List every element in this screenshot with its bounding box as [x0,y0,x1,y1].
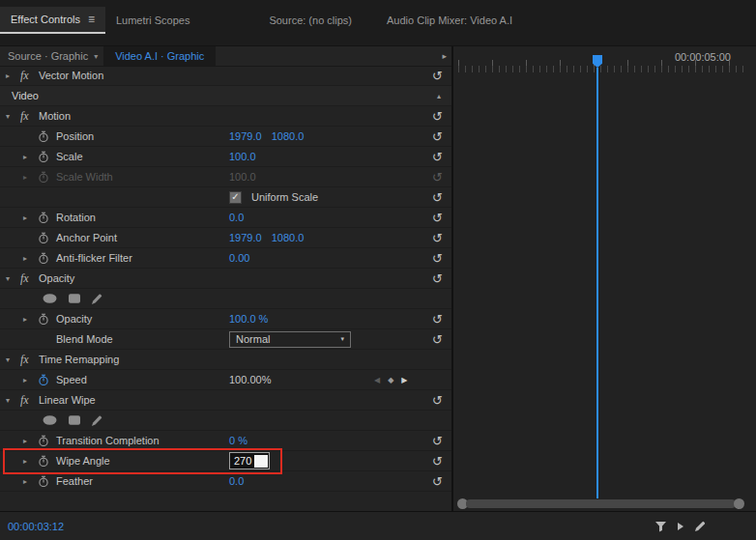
reset-icon[interactable]: ↺ [432,451,443,470]
row-effect-vector-motion[interactable]: ▸ fx Vector Motion ↺ [0,66,451,86]
position-x-value[interactable]: 1979.0 [229,130,262,142]
row-speed: ▸ Speed 100.00% ◀ ◆ ▶ [0,370,451,390]
mask-tools [42,293,102,305]
reset-icon[interactable]: ↺ [432,431,443,450]
property-label: Anti-flicker Filter [56,252,132,264]
keyframe-navigator: ◀ ◆ ▶ [374,370,407,389]
twirl-icon[interactable]: ▸ [23,153,38,161]
pen-mask-icon[interactable] [91,414,102,427]
tab-source-monitor[interactable]: Source: (no clips) [258,7,363,34]
zoom-handle-right[interactable] [734,498,744,509]
property-label: Scale [56,151,83,162]
uniform-scale-checkbox[interactable]: ✓ [229,191,242,204]
reset-effect-icon[interactable]: ↺ [432,66,443,85]
twirl-icon[interactable]: ▸ [23,437,38,445]
wipe-angle-input[interactable]: 270 [229,452,270,469]
row-wipe-angle: ▸ Wipe Angle 270 ↺ [0,451,451,471]
tab-effect-controls[interactable]: Effect Controls ≡ [0,7,105,34]
previous-keyframe-icon[interactable]: ◀ [374,376,380,384]
reset-icon[interactable]: ↺ [432,208,443,227]
row-effect-motion[interactable]: ▾ fx Motion ↺ [0,106,451,127]
collapse-section-icon[interactable]: ▴ [437,92,441,100]
reset-effect-icon[interactable]: ↺ [432,106,443,126]
twirl-icon[interactable]: ▾ [6,396,20,405]
stopwatch-icon[interactable] [38,313,56,326]
ellipse-mask-icon[interactable] [42,293,58,304]
anti-flicker-value[interactable]: 0.00 [229,252,249,264]
reset-icon[interactable]: ↺ [432,329,443,349]
reset-icon[interactable]: ↺ [432,471,443,491]
speed-value[interactable]: 100.00% [229,374,271,385]
feather-value[interactable]: 0.0 [229,475,244,487]
effect-properties-pane: Source · Graphic ▾ Video A.I · Graphic ▸… [0,46,453,512]
clip-tab-video-ai[interactable]: Video A.I · Graphic [103,46,216,66]
twirl-icon[interactable]: ▾ [6,112,20,121]
reset-icon[interactable]: ↺ [432,147,443,166]
section-header-video[interactable]: Video ▴ [0,86,451,106]
twirl-icon[interactable]: ▸ [23,457,38,466]
rect-mask-icon[interactable] [68,293,81,304]
playhead-line[interactable] [596,68,598,498]
tab-label: Lumetri Scopes [116,14,189,26]
twirl-icon[interactable]: ▸ [23,254,38,263]
timeline-zoom-scrollbar[interactable] [457,497,744,509]
twirl-icon[interactable]: ▸ [23,213,38,222]
source-label: Source · Graphic [8,50,88,62]
stopwatch-icon[interactable] [38,455,56,468]
play-icon[interactable] [677,522,684,531]
scrollbar-thumb[interactable] [466,499,736,508]
reset-effect-icon[interactable]: ↺ [432,390,443,410]
pen-mask-icon[interactable] [91,293,102,305]
pen-write-icon[interactable] [694,521,706,532]
stopwatch-icon[interactable] [38,151,56,163]
reset-icon[interactable]: ↺ [432,309,443,328]
more-tabs-icon[interactable]: ▸ [442,51,447,61]
ruler-minor-ticks [458,66,748,72]
blend-mode-value: Normal [236,333,270,345]
stopwatch-icon[interactable] [38,475,56,488]
twirl-icon[interactable]: ▸ [23,477,38,486]
reset-icon[interactable]: ↺ [432,127,443,146]
reset-effect-icon[interactable]: ↺ [432,269,443,288]
twirl-icon[interactable]: ▸ [23,315,38,324]
tab-lumetri-scopes[interactable]: Lumetri Scopes [105,7,200,34]
next-keyframe-icon[interactable]: ▶ [401,376,407,384]
stopwatch-icon[interactable] [38,374,56,386]
row-effect-time-remapping[interactable]: ▾ fx Time Remapping [0,350,451,370]
twirl-icon[interactable]: ▸ [6,71,20,80]
current-timecode[interactable]: 00:00:03:12 [8,521,64,532]
effect-rows: ▸ fx Vector Motion ↺ Video ▴ ▾ fx Motion… [0,66,451,492]
anchor-y-value[interactable]: 1080.0 [272,232,305,243]
rotation-value[interactable]: 0.0 [229,212,244,223]
reset-icon[interactable]: ↺ [432,187,443,207]
panel-menu-icon[interactable]: ≡ [88,13,95,26]
row-effect-opacity[interactable]: ▾ fx Opacity ↺ [0,269,451,289]
add-keyframe-icon[interactable]: ◆ [388,376,393,384]
effect-name: Time Remapping [39,354,119,365]
stopwatch-icon[interactable] [38,212,56,224]
scale-value[interactable]: 100.0 [229,151,256,162]
row-effect-linear-wipe[interactable]: ▾ fx Linear Wipe ↺ [0,390,451,411]
fx-badge-icon: fx [20,69,39,83]
ellipse-mask-icon[interactable] [42,414,58,426]
twirl-icon[interactable]: ▸ [23,376,38,384]
transition-completion-value[interactable]: 0 % [229,435,247,446]
reset-icon[interactable]: ↺ [432,228,443,247]
chevron-down-icon[interactable]: ▾ [94,52,98,61]
twirl-icon[interactable]: ▸ [23,173,38,182]
position-y-value[interactable]: 1080.0 [272,130,305,142]
tab-audio-clip-mixer[interactable]: Audio Clip Mixer: Video A.I [376,7,523,34]
twirl-icon[interactable]: ▾ [6,274,20,283]
fx-badge-icon: fx [20,271,39,286]
filter-properties-icon[interactable] [654,521,667,532]
reset-icon[interactable]: ↺ [432,248,443,268]
stopwatch-icon[interactable] [38,252,56,265]
anchor-x-value[interactable]: 1979.0 [229,232,262,243]
blend-mode-dropdown[interactable]: Normal ▾ [229,331,351,348]
stopwatch-icon[interactable] [38,435,56,447]
stopwatch-icon[interactable] [38,130,56,143]
stopwatch-icon[interactable] [38,232,56,244]
opacity-value[interactable]: 100.0 % [229,313,268,325]
rect-mask-icon[interactable] [68,414,81,426]
twirl-icon[interactable]: ▾ [6,355,20,364]
